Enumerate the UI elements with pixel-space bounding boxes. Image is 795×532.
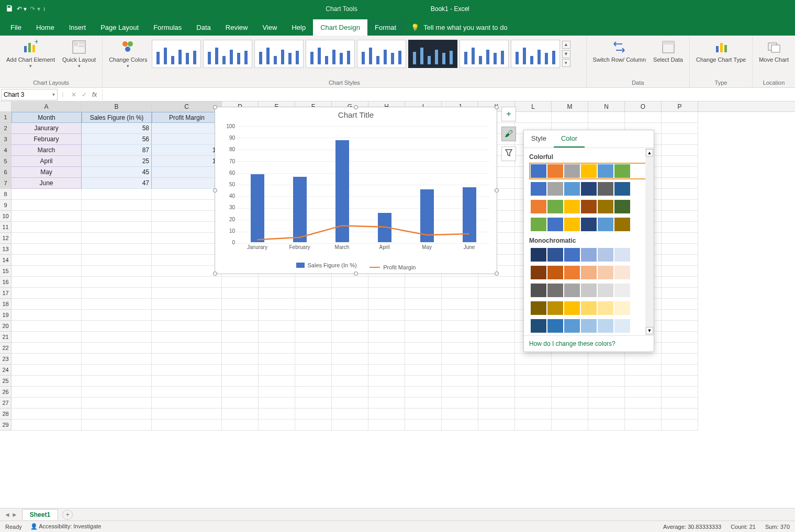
cell[interactable] <box>152 299 222 310</box>
cell[interactable] <box>295 376 332 387</box>
cell[interactable] <box>515 365 552 376</box>
cell[interactable] <box>82 266 152 277</box>
cell[interactable] <box>82 310 152 321</box>
cell[interactable]: 25 <box>82 156 152 167</box>
cell[interactable] <box>478 288 515 299</box>
cell[interactable] <box>152 255 222 266</box>
cell[interactable] <box>588 365 625 376</box>
chart-style-3[interactable] <box>254 40 304 68</box>
cell[interactable] <box>259 376 295 387</box>
cell[interactable] <box>295 321 332 332</box>
cell[interactable]: June <box>12 178 82 189</box>
cell[interactable] <box>12 222 82 233</box>
cell[interactable] <box>152 211 222 222</box>
cell[interactable] <box>332 310 368 321</box>
scroll-up-icon[interactable]: ▲ <box>562 41 570 49</box>
cell[interactable]: 87 <box>82 145 152 156</box>
column-header[interactable]: O <box>625 101 662 111</box>
cell[interactable] <box>152 189 222 200</box>
cell[interactable]: 7 <box>152 167 222 178</box>
row-header[interactable]: 20 <box>0 321 12 332</box>
cell[interactable] <box>442 376 478 387</box>
cell[interactable] <box>12 233 82 244</box>
cell[interactable] <box>662 398 698 409</box>
cell[interactable]: 15 <box>152 145 222 156</box>
cell[interactable] <box>82 277 152 288</box>
cell[interactable] <box>625 376 662 387</box>
sheet-tab-active[interactable]: Sheet1 <box>22 509 58 520</box>
row-header[interactable]: 12 <box>0 233 12 244</box>
cell[interactable] <box>588 398 625 409</box>
cell[interactable] <box>405 332 442 343</box>
cell[interactable] <box>332 321 368 332</box>
cell[interactable] <box>662 266 698 277</box>
cell[interactable] <box>662 321 698 332</box>
cell[interactable] <box>152 244 222 255</box>
cell[interactable] <box>405 299 442 310</box>
row-header[interactable]: 28 <box>0 409 12 420</box>
cell[interactable] <box>442 365 478 376</box>
cell[interactable] <box>478 387 515 398</box>
row-header[interactable]: 27 <box>0 398 12 409</box>
cell[interactable] <box>332 420 368 431</box>
cell[interactable] <box>515 409 552 420</box>
cell[interactable] <box>82 244 152 255</box>
cell[interactable] <box>552 409 588 420</box>
cell[interactable] <box>662 178 698 189</box>
cell[interactable] <box>405 398 442 409</box>
tab-view[interactable]: View <box>255 19 284 36</box>
cell[interactable] <box>515 420 552 431</box>
cell[interactable] <box>12 409 82 420</box>
column-header[interactable]: L <box>515 101 552 111</box>
cell[interactable] <box>222 332 259 343</box>
cell[interactable] <box>368 288 405 299</box>
cell[interactable] <box>368 365 405 376</box>
cell[interactable] <box>625 398 662 409</box>
flyout-help-link[interactable]: How do I change these colors? <box>524 335 654 352</box>
chart-filters-button[interactable] <box>501 146 516 161</box>
cell[interactable] <box>295 299 332 310</box>
cell[interactable] <box>662 387 698 398</box>
chart-title[interactable]: Chart Title <box>215 107 497 122</box>
cell[interactable] <box>662 365 698 376</box>
cell[interactable] <box>625 365 662 376</box>
cell[interactable] <box>259 343 295 354</box>
cell[interactable]: 47 <box>82 178 152 189</box>
cell[interactable] <box>295 343 332 354</box>
cell[interactable] <box>625 112 662 123</box>
add-chart-element-button[interactable]: + Add Chart Element▾ <box>3 38 58 70</box>
cell[interactable] <box>405 321 442 332</box>
cell[interactable] <box>295 387 332 398</box>
cell[interactable] <box>662 156 698 167</box>
cell[interactable] <box>152 409 222 420</box>
cell[interactable] <box>152 420 222 431</box>
tab-file[interactable]: File <box>3 19 29 36</box>
cell[interactable] <box>152 222 222 233</box>
cell[interactable] <box>152 376 222 387</box>
cell[interactable]: 14 <box>152 156 222 167</box>
row-header[interactable]: 4 <box>0 145 12 156</box>
color-palette-option[interactable] <box>529 180 651 197</box>
cell[interactable] <box>295 420 332 431</box>
cell[interactable] <box>478 321 515 332</box>
cell[interactable] <box>332 332 368 343</box>
cell[interactable] <box>82 332 152 343</box>
cell[interactable] <box>662 299 698 310</box>
tab-data[interactable]: Data <box>189 19 218 36</box>
cell[interactable] <box>368 321 405 332</box>
cell[interactable] <box>368 310 405 321</box>
cell[interactable] <box>662 123 698 134</box>
cell[interactable]: Janurary <box>12 123 82 134</box>
cell[interactable] <box>12 365 82 376</box>
formula-bar-expand-icon[interactable]: ⁞ <box>60 91 66 98</box>
cell[interactable] <box>152 354 222 365</box>
chart-legend[interactable]: Sales Figure (In %) Profit Margin <box>215 259 497 270</box>
tab-help[interactable]: Help <box>284 19 313 36</box>
flyout-tab-style[interactable]: Style <box>524 130 554 148</box>
cell[interactable] <box>82 200 152 211</box>
cell[interactable] <box>12 354 82 365</box>
cell[interactable] <box>222 310 259 321</box>
row-header[interactable]: 8 <box>0 189 12 200</box>
cell[interactable] <box>152 365 222 376</box>
cell[interactable] <box>82 387 152 398</box>
